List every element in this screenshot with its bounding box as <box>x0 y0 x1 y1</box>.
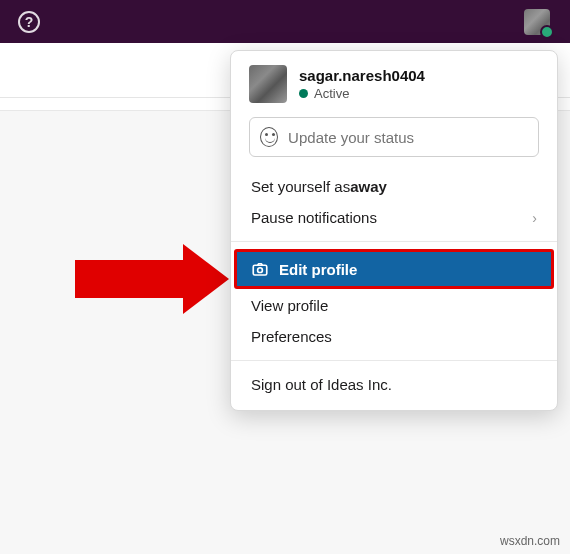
user-menu-popover: sagar.naresh0404 Active Set yourself as … <box>230 50 558 411</box>
status-input[interactable] <box>288 129 528 146</box>
menu-pause-notifications[interactable]: Pause notifications › <box>231 202 557 233</box>
top-bar: ? <box>0 0 570 43</box>
user-header: sagar.naresh0404 Active <box>231 51 557 111</box>
menu-preferences[interactable]: Preferences <box>231 321 557 352</box>
smiley-icon <box>260 127 278 147</box>
user-avatar-large <box>249 65 287 103</box>
menu-view-profile-label: View profile <box>251 297 328 314</box>
menu-edit-profile-label: Edit profile <box>279 261 357 278</box>
menu-edit-profile[interactable]: Edit profile <box>235 250 553 288</box>
menu-divider <box>231 241 557 242</box>
menu-sign-out-label: Sign out of Ideas Inc. <box>251 376 392 393</box>
user-avatar-small[interactable] <box>524 9 550 35</box>
help-icon[interactable]: ? <box>18 11 40 33</box>
presence-text: Active <box>314 86 349 101</box>
svg-rect-0 <box>253 265 267 275</box>
menu-set-away-bold: away <box>350 178 387 195</box>
svg-point-1 <box>258 268 263 273</box>
status-input-container[interactable] <box>249 117 539 157</box>
menu-preferences-label: Preferences <box>251 328 332 345</box>
user-display-name: sagar.naresh0404 <box>299 67 425 84</box>
user-presence: Active <box>299 86 425 101</box>
menu-view-profile[interactable]: View profile <box>231 290 557 321</box>
menu-divider <box>231 360 557 361</box>
menu-sign-out[interactable]: Sign out of Ideas Inc. <box>231 369 557 400</box>
presence-dot-icon <box>299 89 308 98</box>
menu-set-away-prefix: Set yourself as <box>251 178 350 195</box>
chevron-right-icon: › <box>532 210 537 226</box>
watermark-text: wsxdn.com <box>500 534 560 548</box>
menu-set-away[interactable]: Set yourself as away <box>231 171 557 202</box>
camera-icon <box>251 260 269 278</box>
red-arrow-annotation <box>75 252 235 306</box>
menu-pause-notifications-label: Pause notifications <box>251 209 377 226</box>
